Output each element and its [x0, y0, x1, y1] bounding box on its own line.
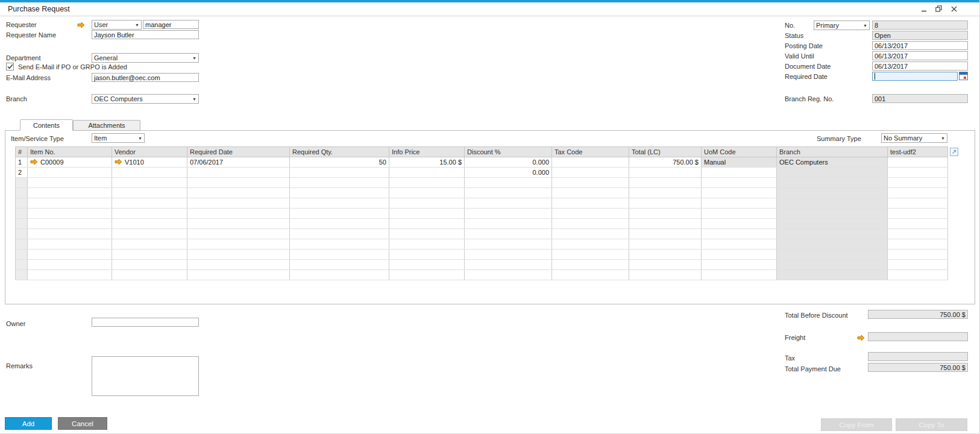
grid-cell[interactable]: [112, 229, 187, 239]
grid-cell[interactable]: [888, 260, 948, 270]
grid-cell[interactable]: [112, 219, 187, 229]
grid-cell[interactable]: [629, 239, 702, 250]
grid-cell[interactable]: [888, 239, 948, 250]
grid-cell[interactable]: [465, 219, 552, 229]
requester-id-input[interactable]: [143, 20, 199, 29]
grid-cell[interactable]: [389, 229, 465, 239]
valid-until-input[interactable]: [872, 51, 968, 60]
grid-cell[interactable]: [28, 168, 112, 178]
grid-cell[interactable]: 750.00 $: [629, 157, 702, 168]
grid-cell[interactable]: [290, 198, 389, 209]
grid-cell[interactable]: [888, 168, 948, 178]
grid-cell[interactable]: [389, 188, 465, 198]
grid-cell[interactable]: [290, 178, 389, 188]
branch-dropdown[interactable]: OEC Computers ▼: [92, 94, 199, 104]
grid-cell[interactable]: [112, 260, 187, 270]
grid-cell[interactable]: [290, 239, 389, 250]
grid-cell[interactable]: [28, 250, 112, 260]
required-date-input[interactable]: [872, 72, 958, 81]
requester-type-dropdown[interactable]: User ▼: [92, 20, 142, 30]
grid-cell[interactable]: Manual: [702, 157, 777, 168]
grid-cell[interactable]: [290, 270, 389, 280]
send-email-checkbox[interactable]: [6, 63, 14, 71]
grid-cell[interactable]: [389, 168, 465, 178]
grid-cell[interactable]: OEC Computers: [777, 157, 888, 168]
grid-cell[interactable]: [702, 260, 777, 270]
grid-cell[interactable]: [28, 239, 112, 250]
grid-cell[interactable]: [888, 178, 948, 188]
grid-cell[interactable]: [290, 188, 389, 198]
grid-cell[interactable]: [187, 178, 290, 188]
grid-cell[interactable]: [187, 260, 290, 270]
grid-cell[interactable]: [702, 168, 777, 178]
grid-cell[interactable]: [777, 209, 888, 219]
grid-cell[interactable]: [629, 260, 702, 270]
link-arrow-icon[interactable]: [857, 335, 865, 341]
grid-cell[interactable]: 07/06/2017: [187, 157, 290, 168]
grid-cell[interactable]: [465, 178, 552, 188]
grid-cell[interactable]: [112, 250, 187, 260]
grid-cell[interactable]: [112, 168, 187, 178]
grid-cell[interactable]: [465, 239, 552, 250]
calendar-icon[interactable]: [959, 72, 968, 80]
row-number-cell[interactable]: 2: [16, 168, 28, 178]
grid-cell[interactable]: [702, 198, 777, 209]
grid-cell[interactable]: 50: [290, 157, 389, 168]
row-number-cell[interactable]: 1: [16, 157, 28, 168]
grid-cell[interactable]: [552, 209, 629, 219]
posting-date-input[interactable]: [872, 41, 968, 50]
grid-cell[interactable]: [187, 188, 290, 198]
grid-cell[interactable]: [777, 270, 888, 280]
grid-cell[interactable]: [28, 270, 112, 280]
grid-cell[interactable]: [629, 198, 702, 209]
grid-cell[interactable]: [28, 260, 112, 270]
grid-cell[interactable]: [389, 198, 465, 209]
grid-cell[interactable]: [777, 168, 888, 178]
grid-cell[interactable]: [465, 250, 552, 260]
tab-attachments[interactable]: Attachments: [73, 120, 140, 131]
grid-cell[interactable]: [552, 239, 629, 250]
row-number-cell[interactable]: [16, 198, 28, 209]
grid-cell[interactable]: [777, 260, 888, 270]
grid-cell[interactable]: [290, 168, 389, 178]
row-number-cell[interactable]: [16, 229, 28, 239]
summary-type-dropdown[interactable]: No Summary ▼: [881, 133, 947, 143]
department-dropdown[interactable]: General ▼: [92, 53, 199, 63]
grid-cell[interactable]: [777, 188, 888, 198]
grid-cell[interactable]: [888, 157, 948, 168]
grid-cell[interactable]: [28, 188, 112, 198]
grid-cell[interactable]: [187, 209, 290, 219]
grid-cell[interactable]: [702, 239, 777, 250]
grid-cell[interactable]: [629, 250, 702, 260]
grid-cell[interactable]: [552, 260, 629, 270]
grid-cell[interactable]: [552, 198, 629, 209]
grid-cell[interactable]: [629, 188, 702, 198]
grid-cell[interactable]: [28, 229, 112, 239]
grid-cell[interactable]: [552, 157, 629, 168]
grid-cell[interactable]: [112, 198, 187, 209]
grid-cell[interactable]: [888, 250, 948, 260]
grid-cell[interactable]: [888, 209, 948, 219]
grid-cell[interactable]: [552, 270, 629, 280]
grid-cell[interactable]: [702, 178, 777, 188]
grid-cell[interactable]: [28, 219, 112, 229]
grid-cell[interactable]: [112, 188, 187, 198]
grid-cell[interactable]: [702, 219, 777, 229]
grid-cell[interactable]: [187, 239, 290, 250]
grid-cell[interactable]: [112, 239, 187, 250]
grid-cell[interactable]: [777, 229, 888, 239]
grid-cell[interactable]: [290, 250, 389, 260]
grid-cell[interactable]: [777, 198, 888, 209]
row-number-cell[interactable]: [16, 178, 28, 188]
link-arrow-icon[interactable]: [30, 159, 38, 165]
grid-cell[interactable]: [702, 250, 777, 260]
grid-cell[interactable]: [187, 250, 290, 260]
email-address-input[interactable]: [92, 73, 199, 82]
row-number-cell[interactable]: [16, 209, 28, 219]
series-dropdown[interactable]: Primary ▼: [814, 20, 870, 30]
grid-cell[interactable]: [552, 188, 629, 198]
grid-cell[interactable]: [465, 229, 552, 239]
grid-cell[interactable]: [187, 198, 290, 209]
grid-cell[interactable]: [112, 270, 187, 280]
grid-cell[interactable]: [552, 219, 629, 229]
